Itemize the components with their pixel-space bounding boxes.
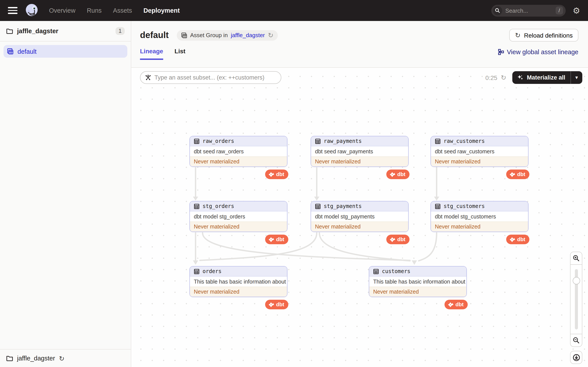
dbt-badge[interactable]: dbt [386,169,409,179]
asset-node-orders[interactable]: ordersThis table has basic information a… [190,266,287,297]
asset-description: dbt model stg_customers [431,211,528,222]
hamburger-menu-icon[interactable] [8,7,17,14]
search-placeholder: Search... [505,7,555,14]
zoom-slider[interactable] [570,265,582,334]
materialize-options-caret[interactable]: ▼ [571,71,582,84]
asset-name-label: raw_customers [444,138,485,144]
asset-sidebar: jaffle_dagster 1 default jaffle_dagster … [0,21,131,367]
sidebar-item-label: default [17,48,36,55]
asset-name-label: customers [382,268,410,274]
asset-status: Never materialized [431,222,528,232]
dbt-badge[interactable]: dbt [386,235,409,244]
asset-node-stg_payments[interactable]: stg_paymentsdbt model stg_paymentsNever … [311,201,409,232]
dbt-badge[interactable]: dbt [265,235,288,244]
dbt-logo-icon [268,237,274,242]
context-repo-link[interactable]: jaffle_dagster [231,32,265,38]
asset-name: customers [369,267,466,276]
asset-description: dbt model stg_orders [190,211,287,222]
nav-deployment[interactable]: Deployment [144,7,180,14]
asset-name: stg_customers [431,201,528,211]
search-icon [493,6,502,15]
download-image-button[interactable] [570,351,582,364]
sidebar-item-default-group[interactable]: default [3,45,127,58]
dbt-badge[interactable]: dbt [444,300,467,309]
refresh-graph-icon[interactable]: ↻ [501,74,506,82]
nav-runs[interactable]: Runs [87,7,102,14]
reload-icon: ↻ [515,32,520,38]
dbt-badge[interactable]: dbt [506,235,529,244]
dbt-logo-icon [389,237,395,242]
table-icon [194,203,199,209]
settings-gear-icon[interactable]: ⚙ [573,6,580,15]
asset-name-label: raw_payments [324,138,362,144]
sparkles-icon [517,74,524,81]
page-title: default [140,30,169,40]
asset-group-icon [181,32,187,38]
primary-nav: Overview Runs Assets Deployment [49,7,180,14]
table-icon [194,138,199,144]
table-icon [315,138,321,144]
zoom-in-button[interactable] [570,252,582,265]
asset-status: Never materialized [431,156,528,167]
asset-group-context-pill: Asset Group in jaffle_dagster ↻ [177,30,278,40]
zoom-out-button[interactable] [570,334,582,347]
dbt-badge-label: dbt [276,236,284,242]
dbt-badge-label: dbt [276,301,284,308]
dbt-badge[interactable]: dbt [506,169,529,179]
table-icon [315,203,321,209]
asset-name-label: orders [203,268,222,274]
global-search-input[interactable]: Search... / [491,5,566,17]
refresh-group-icon[interactable]: ↻ [268,32,273,38]
zoom-controls [570,252,582,364]
asset-name-label: stg_payments [324,203,362,209]
dagster-logo-icon[interactable] [25,3,39,18]
dbt-badge-label: dbt [517,171,525,177]
asset-name-label: stg_orders [203,203,234,209]
dbt-badge-label: dbt [276,171,284,177]
context-prefix: Asset Group in [190,32,228,38]
table-icon [435,203,441,209]
asset-node-raw_customers[interactable]: raw_customersdbt seed raw_customersNever… [431,136,528,167]
nav-overview[interactable]: Overview [49,7,76,14]
asset-node-stg_customers[interactable]: stg_customersdbt model stg_customersNeve… [431,201,528,232]
asset-description: dbt seed raw_orders [190,146,287,156]
view-global-asset-lineage-link[interactable]: View global asset lineage [498,49,578,60]
asset-description: This table has basic information about .… [190,276,287,287]
dbt-logo-icon [389,171,395,177]
tab-lineage[interactable]: Lineage [140,48,163,60]
top-nav-bar: Overview Runs Assets Deployment Search..… [0,0,588,21]
op-selector-icon [145,74,151,81]
reload-definitions-button[interactable]: ↻ Reload definitions [509,29,578,42]
graph-toolbar: 0:25 ↻ Materialize all ▼ [131,68,588,87]
reload-repo-icon[interactable]: ↻ [59,355,65,362]
dagster-app: Overview Runs Assets Deployment Search..… [0,0,588,367]
lineage-graph-icon [498,49,504,55]
dbt-logo-icon [509,237,515,242]
zoom-slider-handle[interactable] [572,277,580,284]
sidebar-footer: jaffle_dagster ↻ [0,349,131,367]
table-icon [435,138,441,144]
dbt-logo-icon [509,171,515,177]
dbt-badge[interactable]: dbt [265,300,288,309]
asset-node-raw_payments[interactable]: raw_paymentsdbt seed raw_paymentsNever m… [311,136,409,167]
nav-assets[interactable]: Assets [113,7,132,14]
asset-node-customers[interactable]: customersThis table has basic informatio… [369,266,467,297]
sidebar-repo-row[interactable]: jaffle_dagster 1 [0,21,131,41]
tab-list[interactable]: List [174,48,185,60]
sidebar-divider [0,41,131,42]
lineage-graph-canvas[interactable]: 0:25 ↻ Materialize all ▼ raw_ordersdbt s… [131,68,588,367]
asset-subset-filter[interactable] [140,71,281,84]
asset-description: This table has basic information about .… [369,276,466,287]
asset-status: Never materialized [311,222,408,232]
asset-node-stg_orders[interactable]: stg_ordersdbt model stg_ordersNever mate… [190,201,287,232]
asset-name: stg_payments [311,201,408,211]
asset-status: Never materialized [190,156,287,167]
materialize-all-button[interactable]: Materialize all ▼ [512,71,582,84]
dbt-badge[interactable]: dbt [265,169,288,179]
asset-name: raw_customers [431,136,528,146]
asset-status: Never materialized [190,222,287,232]
asset-description: dbt model stg_payments [311,211,408,222]
asset-node-raw_orders[interactable]: raw_ordersdbt seed raw_ordersNever mater… [190,136,287,167]
asset-name-label: raw_orders [203,138,234,144]
asset-subset-input[interactable] [155,74,276,81]
